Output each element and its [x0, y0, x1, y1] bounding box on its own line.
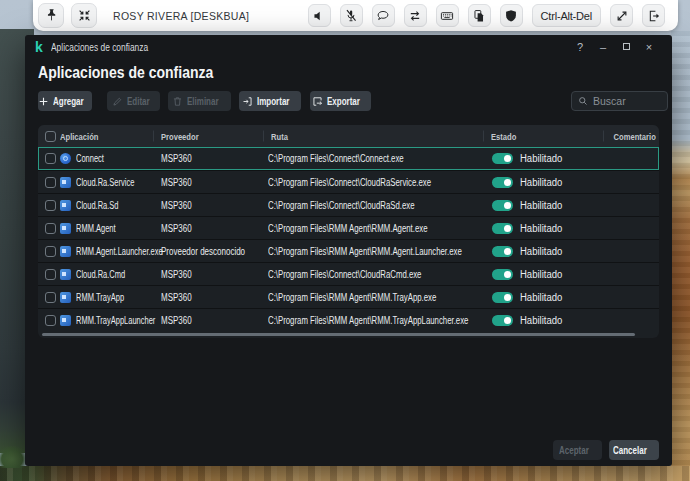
app-icon — [60, 223, 71, 234]
desktop-background-bush — [0, 446, 27, 468]
app-icon — [60, 177, 71, 188]
app-path: C:\Program Files\RMM Agent\RMM.TrayAppLa… — [268, 315, 468, 326]
app-name: Cloud.Ra.Cmd — [76, 269, 125, 280]
clipboard-icon — [472, 9, 486, 23]
maximize-button[interactable] — [619, 40, 633, 54]
help-button[interactable]: ? — [573, 40, 587, 54]
horizontal-scrollbar[interactable] — [38, 331, 659, 338]
search-input[interactable] — [593, 95, 661, 107]
import-icon — [242, 96, 253, 107]
status-toggle[interactable] — [492, 246, 513, 257]
table-row[interactable]: Cloud.Ra.Service MSP360 C:\Program Files… — [38, 170, 659, 193]
desktop-background-rocks — [0, 466, 690, 481]
app-path: C:\Program Files\Connect\CloudRaService.… — [268, 177, 431, 188]
column-header-proveedor[interactable]: Proveedor — [153, 131, 263, 142]
row-checkbox[interactable] — [45, 200, 56, 211]
dialog-titlebar[interactable]: k Aplicaciones de confianza ? – × — [25, 35, 672, 58]
status-toggle[interactable] — [492, 315, 513, 326]
dialog-footer: Aceptar Cancelar — [553, 440, 659, 460]
app-path-cell: C:\Program Files\Connect\CloudRaCmd.exe — [263, 269, 483, 280]
column-header-aplicacion[interactable]: Aplicación — [58, 131, 153, 142]
export-icon — [312, 96, 323, 107]
column-header-ruta[interactable]: Ruta — [263, 131, 483, 142]
app-provider-cell: MSP360 — [153, 200, 263, 211]
clipboard-button[interactable] — [468, 4, 491, 27]
status-label: Habilitado — [520, 315, 562, 326]
table-row[interactable]: RMM.Agent MSP360 C:\Program Files\RMM Ag… — [38, 216, 659, 239]
accept-button[interactable]: Aceptar — [553, 440, 602, 460]
status-toggle[interactable] — [492, 177, 513, 188]
import-button[interactable]: Importar — [239, 91, 301, 111]
table-row[interactable]: Cloud.Ra.Sd MSP360 C:\Program Files\Conn… — [38, 193, 659, 216]
app-icon — [60, 246, 71, 257]
app-icon — [60, 269, 71, 280]
status-toggle[interactable] — [492, 200, 513, 211]
expand-icon — [615, 9, 629, 23]
app-name: RMM.TrayApp — [76, 292, 124, 303]
app-path: C:\Program Files\RMM Agent\RMM.Agent.Lau… — [268, 246, 462, 257]
app-path-cell: C:\Program Files\Connect\Connect.exe — [263, 153, 483, 164]
close-button[interactable]: × — [642, 40, 656, 54]
status-toggle[interactable] — [492, 153, 513, 164]
cancel-button[interactable]: Cancelar — [609, 440, 659, 460]
table-row[interactable]: Connect MSP360 C:\Program Files\Connect\… — [38, 147, 659, 170]
status-label: Habilitado — [520, 292, 562, 303]
table-row[interactable]: RMM.Agent.Launcher.exe Proveedor descono… — [38, 239, 659, 262]
app-provider-cell: MSP360 — [153, 292, 263, 303]
microphone-button[interactable] — [340, 4, 363, 27]
status-toggle[interactable] — [492, 269, 513, 280]
fullscreen-button[interactable] — [610, 4, 633, 27]
app-provider: MSP360 — [161, 153, 192, 164]
row-checkbox[interactable] — [45, 315, 56, 326]
app-provider: Proveedor desconocido — [161, 246, 245, 257]
app-provider: MSP360 — [161, 292, 192, 303]
applications-table: Aplicación Proveedor Ruta Estado Comenta… — [38, 125, 659, 338]
app-path-cell: C:\Program Files\Connect\CloudRaService.… — [263, 177, 483, 188]
status-toggle[interactable] — [492, 223, 513, 234]
table-row[interactable]: RMM.TrayAppLauncher MSP360 C:\Program Fi… — [38, 308, 659, 331]
session-label: ROSY RIVERA [DESKBUA] — [113, 10, 249, 22]
export-button[interactable]: Exportar — [310, 91, 371, 111]
desktop-background-right — [671, 31, 690, 481]
import-label: Importar — [257, 96, 289, 107]
scrollbar-thumb[interactable] — [42, 333, 635, 336]
edit-button[interactable]: Editar — [107, 91, 160, 111]
row-checkbox[interactable] — [45, 269, 56, 280]
column-header-comentario[interactable]: Comentario — [603, 131, 659, 142]
disconnect-button[interactable] — [642, 4, 665, 27]
status-label: Habilitado — [520, 223, 562, 234]
app-icon — [60, 153, 71, 164]
row-checkbox[interactable] — [45, 292, 56, 303]
maximize-icon — [623, 43, 630, 50]
table-row[interactable]: Cloud.Ra.Cmd MSP360 C:\Program Files\Con… — [38, 262, 659, 285]
row-checkbox[interactable] — [45, 177, 56, 188]
keyboard-button[interactable] — [436, 4, 459, 27]
delete-label: Eliminar — [187, 96, 219, 107]
select-all-checkbox[interactable] — [45, 131, 56, 142]
table-row[interactable]: RMM.TrayApp MSP360 C:\Program Files\RMM … — [38, 285, 659, 308]
status-label: Habilitado — [520, 153, 562, 164]
status-toggle[interactable] — [492, 292, 513, 303]
add-button[interactable]: Agregar — [38, 91, 92, 111]
row-checkbox[interactable] — [45, 223, 56, 234]
security-button[interactable] — [500, 4, 523, 27]
chat-button[interactable] — [372, 4, 395, 27]
search-icon — [578, 96, 588, 106]
minimize-button[interactable]: – — [596, 40, 610, 54]
keyboard-icon — [440, 9, 454, 23]
column-header-estado[interactable]: Estado — [483, 131, 603, 142]
fit-screen-button[interactable] — [71, 3, 97, 28]
pin-button[interactable] — [38, 3, 64, 28]
file-transfer-button[interactable] — [404, 4, 427, 27]
plus-icon — [38, 96, 49, 107]
search-box[interactable] — [571, 91, 668, 111]
row-checkbox[interactable] — [45, 246, 56, 257]
ctrl-alt-del-button[interactable]: Ctrl-Alt-Del — [532, 4, 601, 27]
app-path: C:\Program Files\Connect\CloudRaCmd.exe — [268, 269, 421, 280]
app-name: RMM.Agent.Launcher.exe — [76, 246, 163, 257]
delete-button[interactable]: Eliminar — [168, 91, 231, 111]
app-provider-cell: MSP360 — [153, 223, 263, 234]
speaker-button[interactable] — [308, 4, 331, 27]
app-name: Cloud.Ra.Service — [76, 177, 134, 188]
row-checkbox[interactable] — [45, 153, 56, 164]
